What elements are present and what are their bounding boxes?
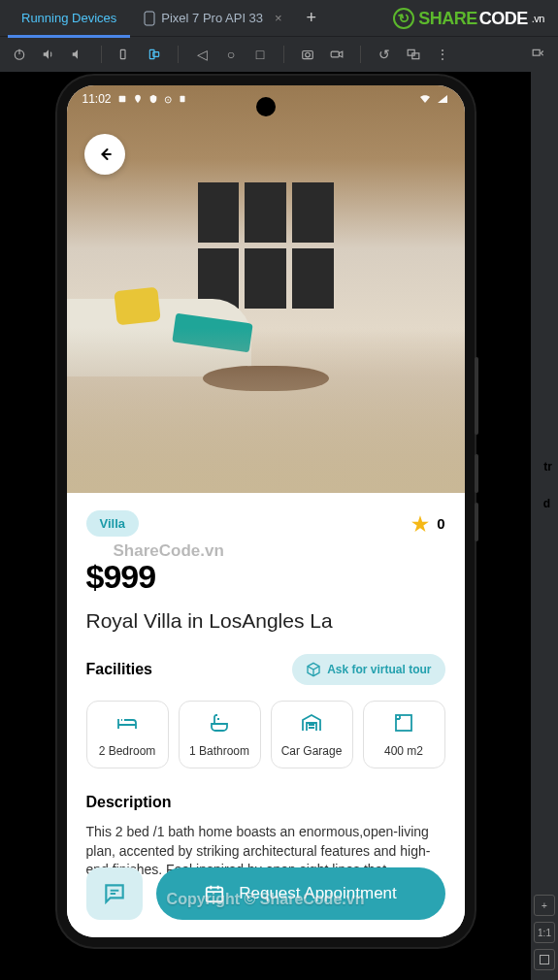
signal-icon: [436, 93, 449, 105]
listing-hero-image: [67, 85, 465, 493]
facility-garage: Car Garage: [271, 701, 353, 768]
bed-icon: [115, 711, 140, 735]
volume-up-icon[interactable]: [41, 47, 56, 62]
collapse-icon[interactable]: [531, 47, 546, 62]
record-icon[interactable]: [329, 47, 345, 62]
overview-icon[interactable]: □: [252, 47, 268, 62]
window-decor: [198, 182, 334, 309]
facility-bathroom: 1 Bathroom: [179, 701, 261, 768]
screenshot-icon[interactable]: [300, 47, 315, 62]
edge-text-tr: tr: [543, 460, 552, 474]
zoom-fit-button[interactable]: [534, 949, 555, 970]
area-icon: [391, 711, 416, 735]
pillow-decor: [114, 287, 160, 326]
front-camera: [256, 97, 276, 116]
phone-side-button: [475, 454, 478, 493]
copyright-watermark: Copyright © ShareCode.vn: [167, 891, 365, 908]
home-icon[interactable]: ○: [223, 47, 239, 62]
rotate-right-icon[interactable]: [147, 47, 162, 62]
rating-value: 0: [437, 515, 444, 532]
status-icon: ⊙: [164, 94, 172, 105]
facilities-label: Facilities: [86, 661, 152, 678]
phone-icon: [144, 11, 155, 26]
arrow-left-icon: [95, 145, 115, 164]
reset-icon[interactable]: ↺: [377, 47, 392, 62]
debug-icon: [178, 94, 187, 104]
phone-screen: 11:02 ⊙: [67, 85, 465, 937]
phone-frame: 11:02 ⊙: [57, 76, 475, 947]
listing-price: $999: [86, 558, 445, 596]
phone-side-button: [475, 357, 478, 435]
svg-rect-3: [120, 49, 125, 58]
sharecode-watermark-logo: ↻ SHARECODE.vn: [393, 8, 544, 29]
watermark-text: ShareCode.vn: [114, 541, 224, 561]
virtual-tour-button[interactable]: Ask for virtual tour: [292, 654, 444, 685]
star-icon: ★: [411, 512, 429, 536]
volume-down-icon[interactable]: [70, 47, 85, 62]
svg-rect-14: [180, 96, 184, 103]
svg-rect-12: [541, 956, 549, 964]
emulator-viewport: 11:02 ⊙: [0, 72, 531, 980]
tab-pixel-device[interactable]: Pixel 7 Pro API 33 ×: [130, 0, 295, 37]
svg-rect-15: [396, 715, 411, 731]
svg-point-7: [306, 52, 311, 57]
add-tab-button[interactable]: +: [296, 8, 327, 28]
edge-text-d: d: [543, 497, 550, 510]
svg-rect-11: [533, 49, 540, 55]
tab-running-devices[interactable]: Running Devices: [8, 0, 130, 37]
garage-icon: [299, 711, 324, 735]
svg-rect-0: [145, 12, 154, 25]
category-badge: Villa: [86, 510, 140, 537]
location-icon: [133, 94, 143, 104]
facilities-grid: 2 Bedroom 1 Bathroom Car Garage 400 m2: [86, 701, 445, 768]
zoom-in-button[interactable]: +: [534, 895, 555, 916]
zoom-reset-button[interactable]: 1:1: [534, 922, 555, 943]
shield-icon: [148, 94, 158, 104]
listing-title: Royal Villa in LosAngles La: [86, 609, 445, 633]
bath-icon: [207, 711, 232, 735]
rotate-left-icon[interactable]: [117, 47, 133, 62]
back-button[interactable]: [84, 134, 125, 175]
chat-icon: [102, 881, 127, 906]
rating: ★ 0: [411, 512, 444, 536]
zoom-sidebar: tr d + 1:1: [531, 72, 558, 980]
phone-side-button: [475, 503, 478, 541]
displays-icon[interactable]: [406, 47, 421, 62]
description-label: Description: [86, 794, 445, 811]
power-icon[interactable]: [12, 47, 27, 62]
facility-bedroom: 2 Bedroom: [86, 701, 169, 768]
close-icon[interactable]: ×: [275, 11, 282, 25]
facility-area: 400 m2: [363, 701, 445, 768]
svg-rect-13: [118, 96, 125, 103]
cube-icon: [306, 662, 321, 677]
status-time: 11:02: [82, 92, 112, 106]
more-icon[interactable]: ⋮: [435, 47, 450, 62]
chat-button[interactable]: [86, 867, 143, 920]
wifi-icon: [418, 93, 432, 105]
notification-icon: [117, 94, 127, 104]
svg-rect-8: [331, 51, 339, 57]
back-icon[interactable]: ◁: [194, 47, 210, 62]
floor-decor: [67, 328, 465, 493]
recycle-icon: ↻: [393, 8, 414, 29]
emulator-toolbar: ◁ ○ □ ↺ ⋮: [0, 37, 558, 72]
